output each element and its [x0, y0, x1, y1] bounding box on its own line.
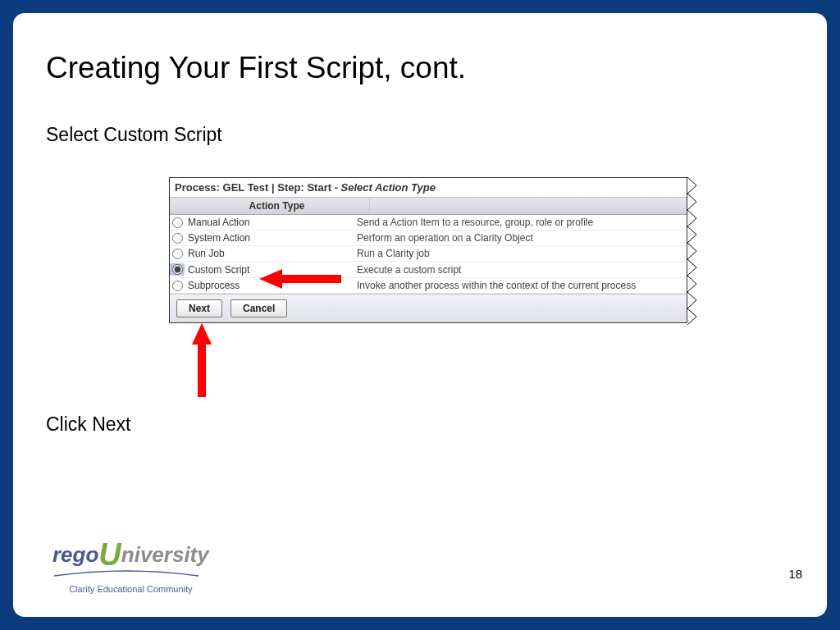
action-type-rows: Manual Action Send a Action Item to a re… [170, 215, 687, 294]
logo-part-rego: rego [52, 542, 98, 567]
action-row-custom-script[interactable]: Custom Script Execute a custom script [170, 262, 687, 278]
action-desc: Invoke another process within the contex… [357, 280, 687, 291]
action-name: System Action [185, 232, 357, 244]
action-type-dialog: Process: GEL Test | Step: Start - Select… [169, 177, 687, 323]
radio-custom-script[interactable] [170, 263, 185, 276]
slide-subtitle: Select Custom Script [46, 124, 222, 146]
red-arrow-custom-script [259, 267, 341, 290]
column-header-action-type: Action Type [185, 198, 370, 214]
svg-marker-1 [192, 323, 212, 397]
dash: - [331, 181, 341, 194]
action-desc: Execute a custom script [357, 264, 687, 276]
logo-part-u: U [98, 537, 121, 572]
radio-manual-action[interactable] [170, 217, 185, 228]
radio-run-job[interactable] [170, 249, 185, 259]
column-header-row: Action Type [170, 198, 687, 215]
logo-swoosh-icon [52, 569, 200, 578]
page-number: 18 [788, 567, 802, 581]
logo-subtitle: Clarity Educational Community [52, 584, 209, 594]
next-button[interactable]: Next [176, 299, 222, 317]
arrow-left-icon [259, 267, 341, 290]
red-arrow-next-button [190, 323, 213, 397]
action-row-subprocess[interactable]: Subprocess Invoke another process within… [170, 278, 687, 294]
click-next-label: Click Next [46, 413, 131, 436]
arrow-up-icon [190, 323, 213, 397]
logo-text: regoUniversity [52, 542, 209, 568]
action-desc: Send a Action Item to a resource, group,… [357, 217, 687, 228]
separator: | [268, 181, 277, 194]
action-row-manual[interactable]: Manual Action Send a Action Item to a re… [170, 215, 687, 231]
column-header-spacer [170, 198, 185, 214]
svg-marker-0 [259, 269, 341, 289]
action-name: Manual Action [185, 217, 357, 228]
process-prefix: Process: [175, 181, 223, 194]
radio-subprocess[interactable] [170, 281, 185, 291]
slide-title: Creating Your First Script, cont. [46, 51, 466, 85]
action-desc: Run a Clarity job [357, 248, 687, 259]
radio-system-action[interactable] [170, 233, 185, 244]
rego-university-logo: regoUniversity Clarity Educational Commu… [52, 542, 209, 594]
action-name: Run Job [185, 248, 357, 259]
action-row-run-job[interactable]: Run Job Run a Clarity job [170, 246, 687, 262]
step-prefix: Step: [277, 181, 307, 194]
dialog-title-bar: Process: GEL Test | Step: Start - Select… [170, 178, 687, 198]
process-name: GEL Test [223, 181, 269, 194]
step-name: Start [307, 181, 331, 194]
action-desc: Perform an operation on a Clarity Object [357, 232, 687, 244]
action-row-system[interactable]: System Action Perform an operation on a … [170, 231, 687, 246]
action-heading: Select Action Type [341, 181, 436, 194]
logo-part-niversity: niversity [121, 542, 209, 567]
torn-edge-decoration [687, 177, 698, 325]
cancel-button[interactable]: Cancel [231, 299, 287, 317]
dialog-button-bar: Next Cancel [170, 294, 687, 322]
slide: Creating Your First Script, cont. Select… [13, 13, 827, 617]
